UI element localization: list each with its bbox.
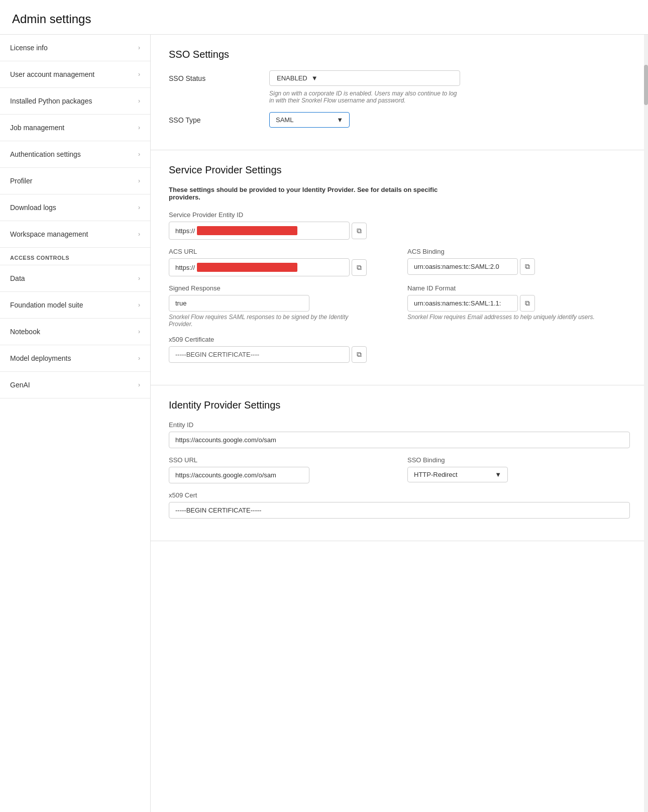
page-title: Admin settings	[0, 0, 648, 34]
chevron-icon: ›	[138, 97, 140, 105]
chevron-icon: ›	[138, 177, 140, 184]
chevron-icon: ›	[138, 275, 140, 282]
chevron-icon: ›	[138, 231, 140, 238]
sidebar-item-user-account[interactable]: User account management ›	[0, 61, 150, 88]
chevron-icon: ›	[138, 301, 140, 309]
copy-icon: ⧉	[525, 262, 530, 271]
chevron-down-icon: ▼	[311, 74, 318, 82]
chevron-icon: ›	[138, 71, 140, 78]
signed-response-label: Signed Response	[169, 284, 391, 292]
idp-sso-binding-label: SSO Binding	[407, 456, 630, 464]
idp-sso-binding-dropdown[interactable]: HTTP-Redirect ▼	[407, 467, 508, 482]
chevron-icon: ›	[138, 151, 140, 158]
entity-id-label: Service Provider Entity ID	[169, 211, 630, 219]
service-provider-note: These settings should be provided to you…	[169, 186, 460, 201]
sidebar: License info › User account management ›…	[0, 35, 151, 812]
acs-row: ACS URL https:// ⧉ ACS Binding	[169, 248, 630, 276]
idp-cert-input[interactable]	[169, 502, 630, 519]
sidebar-item-download-logs[interactable]: Download logs ›	[0, 194, 150, 221]
sidebar-item-profiler[interactable]: Profiler ›	[0, 168, 150, 194]
sso-status-right: ENABLED ▼ Sign on with a corporate ID is…	[269, 70, 460, 104]
chevron-icon: ›	[138, 381, 140, 388]
sso-type-row: SSO Type SAML ▼	[169, 112, 630, 128]
entity-id-row: Service Provider Entity ID https:// ⧉	[169, 211, 630, 240]
acs-url-copy-button[interactable]: ⧉	[352, 259, 367, 276]
acs-url-label: ACS URL	[169, 248, 391, 255]
idp-sso-url-label: SSO URL	[169, 456, 391, 464]
name-id-hint: Snorkel Flow requires Email addresses to…	[407, 314, 598, 321]
name-id-copy-button[interactable]: ⧉	[520, 295, 535, 312]
chevron-icon: ›	[138, 328, 140, 335]
copy-icon: ⧉	[357, 227, 362, 235]
acs-binding-copy-button[interactable]: ⧉	[520, 258, 535, 275]
sidebar-item-notebook[interactable]: Notebook ›	[0, 319, 150, 345]
chevron-icon: ›	[138, 124, 140, 131]
sidebar-item-genai[interactable]: GenAI ›	[0, 372, 150, 398]
copy-icon: ⧉	[357, 350, 362, 359]
sidebar-item-data[interactable]: Data ›	[0, 265, 150, 292]
signed-response-row: Signed Response Snorkel Flow requires SA…	[169, 284, 630, 328]
sidebar-item-foundation-model[interactable]: Foundation model suite ›	[0, 292, 150, 319]
acs-binding-input[interactable]	[407, 258, 518, 275]
sidebar-item-license-info[interactable]: License info ›	[0, 35, 150, 61]
chevron-icon: ›	[138, 355, 140, 362]
sidebar-item-job-management[interactable]: Job management ›	[0, 115, 150, 141]
sso-type-label: SSO Type	[169, 112, 269, 124]
sso-settings-section: SSO Settings SSO Status ENABLED ▼ Sign o…	[151, 35, 648, 150]
copy-icon: ⧉	[525, 299, 530, 308]
signed-response-input[interactable]	[169, 295, 309, 312]
sso-status-row: SSO Status ENABLED ▼ Sign on with a corp…	[169, 70, 630, 104]
service-provider-section: Service Provider Settings These settings…	[151, 150, 648, 385]
identity-provider-section: Identity Provider Settings Entity ID SSO…	[151, 385, 648, 541]
idp-entity-id-label: Entity ID	[169, 421, 630, 429]
idp-cert-row: x509 Cert	[169, 491, 630, 519]
acs-binding-label: ACS Binding	[407, 248, 630, 255]
name-id-input[interactable]	[407, 295, 518, 312]
entity-id-input[interactable]: https://	[169, 222, 350, 240]
cert-input[interactable]	[169, 346, 350, 363]
idp-cert-label: x509 Cert	[169, 491, 630, 499]
sso-type-dropdown[interactable]: SAML ▼	[269, 112, 350, 128]
sidebar-item-workspace-mgmt[interactable]: Workspace management ›	[0, 221, 150, 248]
access-controls-header: ACCESS CONTROLS	[0, 248, 150, 265]
cert-label: x509 Certificate	[169, 336, 630, 343]
sso-status-label: SSO Status	[169, 70, 269, 82]
idp-sso-url-input[interactable]	[169, 467, 309, 483]
entity-id-copy-button[interactable]: ⧉	[352, 223, 367, 239]
idp-entity-id-input[interactable]	[169, 432, 630, 448]
sidebar-item-auth-settings[interactable]: Authentication settings ›	[0, 141, 150, 168]
chevron-down-icon: ▼	[495, 471, 501, 478]
sso-status-hint: Sign on with a corporate ID is enabled. …	[269, 90, 460, 104]
chevron-down-icon: ▼	[337, 116, 343, 124]
idp-entity-id-row: Entity ID	[169, 421, 630, 448]
sidebar-item-model-deployments[interactable]: Model deployments ›	[0, 345, 150, 372]
copy-icon: ⧉	[357, 263, 362, 272]
cert-row: x509 Certificate ⧉	[169, 336, 630, 363]
main-content: SSO Settings SSO Status ENABLED ▼ Sign o…	[151, 35, 648, 812]
scrollbar-track	[644, 35, 648, 812]
idp-sso-row: SSO URL SSO Binding HTTP-Redirect ▼	[169, 456, 630, 483]
chevron-icon: ›	[138, 204, 140, 211]
sidebar-item-installed-python[interactable]: Installed Python packages ›	[0, 88, 150, 115]
chevron-icon: ›	[138, 44, 140, 51]
scrollbar-thumb[interactable]	[644, 65, 648, 105]
sso-status-dropdown[interactable]: ENABLED ▼	[269, 70, 460, 86]
service-provider-title: Service Provider Settings	[169, 164, 630, 176]
cert-copy-button[interactable]: ⧉	[352, 346, 367, 363]
name-id-format-label: Name ID Format	[407, 284, 630, 292]
signed-response-hint: Snorkel Flow requires SAML responses to …	[169, 314, 360, 328]
acs-url-input[interactable]: https://	[169, 258, 350, 276]
identity-provider-title: Identity Provider Settings	[169, 399, 630, 411]
sso-settings-title: SSO Settings	[169, 49, 630, 60]
